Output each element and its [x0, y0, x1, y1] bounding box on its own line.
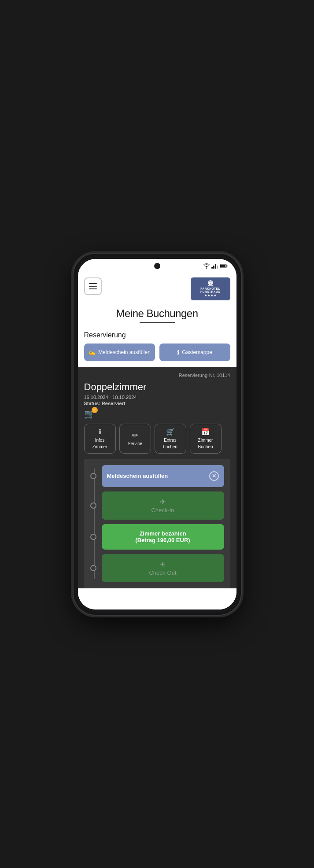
zimmer-label1: Zimmer — [198, 438, 213, 443]
app-header: PARKHOTEL FORSTHAUS ★★★★ — [78, 273, 236, 303]
close-icon[interactable]: ✕ — [209, 471, 219, 481]
timeline-meldeschein-button[interactable]: Meldeschein ausfüllen ✕ — [102, 465, 224, 487]
svg-rect-3 — [226, 265, 227, 266]
timeline-dot-4 — [90, 565, 96, 571]
room-dates: 16.10.2024 - 18.10.2024 — [84, 395, 230, 400]
app-content: PARKHOTEL FORSTHAUS ★★★★ Meine Buchungen… — [78, 273, 236, 609]
svg-point-1 — [206, 268, 207, 269]
section-label: Reservierung — [78, 329, 236, 344]
checkin-icon: ✈ — [160, 498, 166, 506]
timeline-line — [94, 469, 95, 579]
room-status: Status: Reserviert — [84, 401, 230, 406]
reservation-number: Reservierung-Nr. 10114 — [84, 373, 230, 378]
svg-marker-0 — [205, 266, 208, 268]
checkout-icon: ✈ — [160, 560, 166, 569]
phone-screen: PARKHOTEL FORSTHAUS ★★★★ Meine Buchungen… — [78, 259, 236, 609]
camera-area — [154, 263, 160, 269]
status-icons — [203, 263, 228, 269]
hotel-stars: ★★★★ — [204, 294, 217, 297]
extras-label2: buchen — [163, 444, 177, 449]
hotel-logo: PARKHOTEL FORSTHAUS ★★★★ — [191, 277, 230, 300]
timeline-item-checkout: ✈ Check-Out — [102, 554, 224, 582]
extras-label1: Extras — [164, 438, 176, 443]
timeline-dot-2 — [90, 502, 96, 509]
menu-icon — [89, 288, 97, 289]
title-underline — [140, 322, 175, 323]
signal-icon — [211, 263, 218, 269]
cart-badge: 2 — [92, 407, 98, 413]
meldeschein-button[interactable]: ✍ Meldeschein ausfüllen — [84, 344, 155, 361]
infos-zimmer-button[interactable]: ℹ Infos Zimmer — [84, 424, 116, 454]
timeline-item-payment: Zimmer bezahlen (Betrag 196,00 EUR) — [102, 524, 224, 550]
meldeschein-icon: ✍ — [88, 349, 96, 356]
service-label1: Service — [128, 441, 142, 446]
timeline-item-checkin: ✈ Check-In — [102, 491, 224, 520]
timeline-section: Meldeschein ausfüllen ✕ ✈ Check-In — [84, 459, 230, 588]
gaestemappe-icon: ℹ — [177, 349, 179, 356]
infos-label2: Zimmer — [92, 444, 107, 449]
hotel-subname: FORSTHAUS — [200, 290, 220, 294]
payment-label: Zimmer bezahlen — [139, 530, 186, 537]
svg-rect-4 — [220, 265, 225, 267]
reservation-card: Reservierung-Nr. 10114 Doppelzimmer 16.1… — [78, 367, 236, 588]
room-actions-grid: ℹ Infos Zimmer ✏ Service 🛒 Extras buchen — [84, 424, 230, 459]
menu-icon — [89, 283, 97, 284]
page-title-section: Meine Buchungen — [78, 303, 236, 329]
timeline-dot-3 — [90, 534, 96, 540]
page-title: Meine Buchungen — [87, 307, 228, 320]
infos-label1: Infos — [95, 438, 105, 443]
action-buttons-row: ✍ Meldeschein ausfüllen ℹ Gästemappe — [78, 344, 236, 367]
extras-icon: 🛒 — [166, 428, 175, 436]
calendar-icon: 📅 — [201, 428, 210, 436]
service-icon: ✏ — [132, 431, 138, 440]
payment-button[interactable]: Zimmer bezahlen (Betrag 196,00 EUR) — [102, 524, 224, 550]
checkout-button[interactable]: ✈ Check-Out — [102, 554, 224, 582]
info-icon: ℹ — [99, 428, 101, 436]
hotel-name: PARKHOTEL — [200, 287, 220, 291]
checkout-label: Check-Out — [149, 569, 176, 576]
cart-badge-row: 🛒 2 — [84, 409, 230, 419]
battery-icon — [220, 264, 228, 268]
hotel-logo-icon — [206, 280, 215, 287]
zimmer-buchen-button[interactable]: 📅 Zimmer Buchen — [190, 424, 222, 454]
zimmer-label2: Buchen — [198, 444, 213, 449]
cart-icon-wrap[interactable]: 🛒 2 — [84, 409, 95, 419]
timeline-meldeschein-label: Meldeschein ausfüllen — [107, 473, 168, 479]
timeline-item-meldeschein: Meldeschein ausfüllen ✕ — [102, 465, 224, 487]
gaestemappe-button[interactable]: ℹ Gästemappe — [159, 344, 230, 361]
payment-amount: (Betrag 196,00 EUR) — [135, 537, 190, 543]
menu-button[interactable] — [84, 277, 102, 295]
wifi-icon — [203, 263, 210, 269]
timeline-dot-1 — [90, 473, 96, 479]
camera-notch — [154, 263, 160, 269]
extras-buchen-button[interactable]: 🛒 Extras buchen — [155, 424, 186, 454]
meldeschein-label: Meldeschein ausfüllen — [98, 349, 151, 355]
gaestemappe-label: Gästemappe — [182, 349, 212, 355]
checkin-label: Check-In — [151, 507, 174, 513]
status-bar — [78, 259, 236, 273]
service-button[interactable]: ✏ Service — [119, 424, 151, 454]
menu-icon — [89, 286, 97, 287]
room-title: Doppelzimmer — [84, 381, 230, 393]
phone-frame: PARKHOTEL FORSTHAUS ★★★★ Meine Buchungen… — [74, 254, 241, 615]
checkin-button[interactable]: ✈ Check-In — [102, 491, 224, 520]
